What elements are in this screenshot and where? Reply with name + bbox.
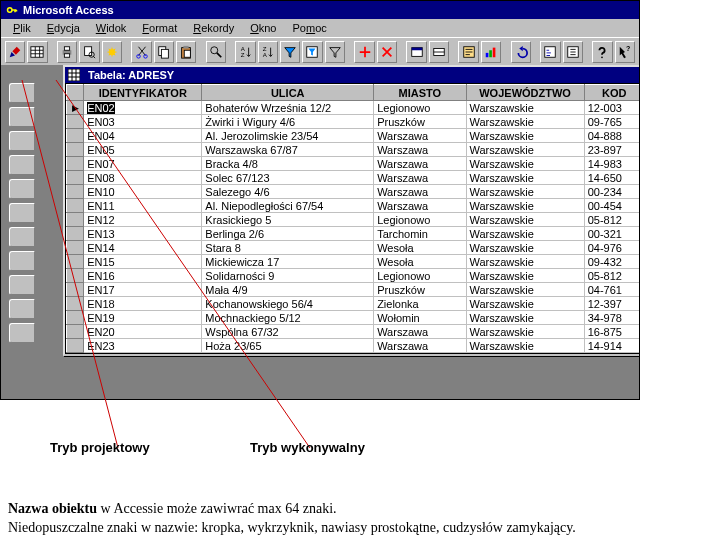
row-selector[interactable] [67, 269, 84, 283]
cell[interactable]: Warszawska 67/87 [202, 143, 374, 157]
cell[interactable]: Warszawskie [466, 339, 584, 353]
cell[interactable]: Mała 4/9 [202, 283, 374, 297]
menu-edycja[interactable]: Edycja [39, 22, 88, 34]
cell[interactable]: Wesoła [374, 255, 466, 269]
cell[interactable]: Warszawa [374, 185, 466, 199]
cell[interactable]: EN02 [84, 101, 202, 115]
cut-button[interactable] [131, 41, 151, 63]
cell[interactable]: Warszawa [374, 325, 466, 339]
cell[interactable]: Warszawskie [466, 171, 584, 185]
cell[interactable]: EN18 [84, 297, 202, 311]
cell[interactable]: EN07 [84, 157, 202, 171]
row-selector[interactable] [67, 129, 84, 143]
table-row[interactable]: EN14Stara 8WesołaWarszawskie04-976764-00… [67, 241, 640, 255]
db-tab-7[interactable] [9, 227, 35, 247]
cell[interactable]: Wspólna 67/32 [202, 325, 374, 339]
table-row[interactable]: EN16Solidarności 9LegionowoWarszawskie05… [67, 269, 640, 283]
cell[interactable]: EN20 [84, 325, 202, 339]
cell[interactable]: EN19 [84, 311, 202, 325]
help-button[interactable] [592, 41, 612, 63]
menu-pomoc[interactable]: Pomoc [285, 22, 335, 34]
code-button[interactable] [540, 41, 560, 63]
menu-plik[interactable]: Plik [5, 22, 39, 34]
cell[interactable]: Warszawskie [466, 143, 584, 157]
select-all-handle[interactable] [67, 85, 84, 101]
cell[interactable]: 14-983 [584, 157, 639, 171]
analyze-button[interactable] [481, 41, 501, 63]
cell[interactable]: Berlinga 2/6 [202, 227, 374, 241]
db-tab-5[interactable] [9, 179, 35, 199]
table-row[interactable]: EN13Berlinga 2/6TarchominWarszawskie00-3… [67, 227, 640, 241]
row-selector[interactable]: ▶ [67, 101, 84, 115]
sort-desc-button[interactable]: ZA [258, 41, 278, 63]
cell[interactable]: Warszawskie [466, 199, 584, 213]
table-row[interactable]: EN11Al. Niepodległości 67/54WarszawaWars… [67, 199, 640, 213]
col-kod[interactable]: KOD [584, 85, 639, 101]
new-record-button[interactable] [354, 41, 374, 63]
cell[interactable]: Warszawskie [466, 157, 584, 171]
properties-button[interactable] [563, 41, 583, 63]
new-button[interactable] [102, 41, 122, 63]
menu-widok[interactable]: Widok [88, 22, 135, 34]
row-selector[interactable] [67, 185, 84, 199]
table-row[interactable]: EN23Hoża 23/65WarszawaWarszawskie14-914 [67, 339, 640, 353]
cell[interactable]: Warszawskie [466, 255, 584, 269]
cell[interactable]: Solec 67/123 [202, 171, 374, 185]
new-object-button[interactable] [429, 41, 449, 63]
cell[interactable]: EN04 [84, 129, 202, 143]
col-ulica[interactable]: ULICA [202, 85, 374, 101]
cell[interactable]: Bracka 4/8 [202, 157, 374, 171]
cell[interactable]: 00-454 [584, 199, 639, 213]
cell[interactable]: Legionowo [374, 213, 466, 227]
cell[interactable]: EN16 [84, 269, 202, 283]
cell[interactable]: EN11 [84, 199, 202, 213]
print-button[interactable] [57, 41, 77, 63]
table-row[interactable]: ▶EN02Bohaterów Września 12/2LegionowoWar… [67, 101, 640, 115]
cell[interactable]: Legionowo [374, 269, 466, 283]
row-selector[interactable] [67, 227, 84, 241]
cell[interactable]: Warszawa [374, 143, 466, 157]
apply-filter-button[interactable] [325, 41, 345, 63]
filter-selection-button[interactable] [280, 41, 300, 63]
db-tab-1[interactable] [9, 83, 35, 103]
cell[interactable]: Warszawskie [466, 227, 584, 241]
cell[interactable]: Warszawskie [466, 269, 584, 283]
table-row[interactable]: EN15Mickiewicza 17WesołaWarszawskie09-43… [67, 255, 640, 269]
table-row[interactable]: EN20Wspólna 67/32WarszawaWarszawskie16-8… [67, 325, 640, 339]
cell[interactable]: Mickiewicza 17 [202, 255, 374, 269]
table-row[interactable]: EN08Solec 67/123WarszawaWarszawskie14-65… [67, 171, 640, 185]
table-row[interactable]: EN05Warszawska 67/87WarszawaWarszawskie2… [67, 143, 640, 157]
cell[interactable]: Stara 8 [202, 241, 374, 255]
cell[interactable]: 04-888 [584, 129, 639, 143]
cell[interactable]: Tarchomin [374, 227, 466, 241]
cell[interactable]: 04-976 [584, 241, 639, 255]
cell[interactable]: Warszawskie [466, 129, 584, 143]
cell[interactable]: Warszawa [374, 129, 466, 143]
cell[interactable]: Pruszków [374, 283, 466, 297]
cell[interactable]: Warszawskie [466, 115, 584, 129]
col-miasto[interactable]: MIASTO [374, 85, 466, 101]
cell[interactable]: Warszawa [374, 171, 466, 185]
delete-record-button[interactable] [377, 41, 397, 63]
cell[interactable]: Warszawskie [466, 283, 584, 297]
row-selector[interactable] [67, 283, 84, 297]
paste-button[interactable] [176, 41, 196, 63]
cell[interactable]: 09-432 [584, 255, 639, 269]
cell[interactable]: Warszawskie [466, 241, 584, 255]
cell[interactable]: 12-397 [584, 297, 639, 311]
cell[interactable]: EN23 [84, 339, 202, 353]
cell[interactable]: Zielonka [374, 297, 466, 311]
row-selector[interactable] [67, 199, 84, 213]
cell[interactable]: EN05 [84, 143, 202, 157]
table-row[interactable]: EN04Al. Jerozolimskie 23/54WarszawaWarsz… [67, 129, 640, 143]
row-selector[interactable] [67, 115, 84, 129]
cell[interactable]: 23-897 [584, 143, 639, 157]
cell[interactable]: EN08 [84, 171, 202, 185]
cell[interactable]: 05-812 [584, 269, 639, 283]
cell[interactable]: 00-321 [584, 227, 639, 241]
autoform-button[interactable] [458, 41, 478, 63]
table-window-titlebar[interactable]: Tabela: ADRESY [65, 67, 639, 83]
cell[interactable]: EN15 [84, 255, 202, 269]
datasheet-grid[interactable]: IDENTYFIKATOR ULICA MIASTO WOJEWÓDZTWO K… [65, 83, 639, 354]
cell[interactable]: 04-761 [584, 283, 639, 297]
